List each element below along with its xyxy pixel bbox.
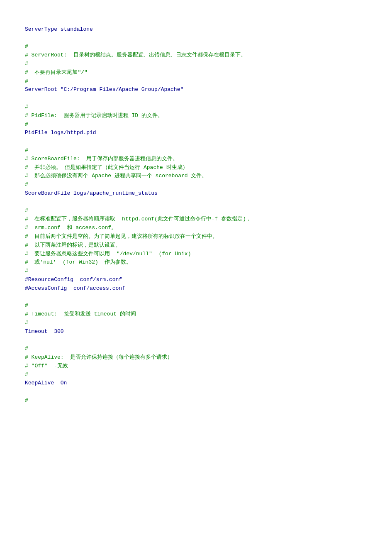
- code-line: [25, 34, 367, 43]
- code-line: # ScoreBoardFile: 用于保存内部服务器进程信息的文件。: [25, 155, 367, 164]
- code-line: #: [25, 181, 367, 189]
- code-line: # 或'nul' (for Win32) 作为参数。: [25, 258, 367, 267]
- code-line: #: [25, 42, 367, 51]
- code-line: #: [25, 301, 367, 310]
- code-line: ServerType standalone: [25, 25, 367, 34]
- code-line: # 要让服务器忽略这些文件可以用 "/dev/null" (for Unix): [25, 250, 367, 259]
- code-line: #: [25, 267, 367, 276]
- code-line: # KeepAlive: 是否允许保持连接（每个连接有多个请求）: [25, 353, 367, 362]
- code-line: ScoreBoardFile logs/apache_runtime_statu…: [25, 189, 367, 198]
- code-line: # PidFile: 服务器用于记录启动时进程 ID 的文件。: [25, 112, 367, 120]
- code-line: # 并非必须。 但是如果指定了（此文件当运行 Apache 时生成）: [25, 164, 367, 172]
- code-line: ServerRoot "C:/Program Files/Apache Grou…: [25, 86, 367, 94]
- code-line: Timeout 300: [25, 328, 367, 336]
- code-line: # Timeout: 接受和发送 timeout 的时间: [25, 310, 367, 319]
- code-line: #: [25, 103, 367, 112]
- code-line: KeepAlive On: [25, 379, 367, 388]
- code-line: # "Off" -无效: [25, 362, 367, 371]
- code-line: [25, 293, 367, 302]
- code-line: # 目前后两个文件是空的。为了简单起见，建议将所有的标识放在一个文件中。: [25, 232, 367, 241]
- code-line: # 那么必须确保没有两个 Apache 进程共享同一个 scoreboard 文…: [25, 172, 367, 181]
- code-line: #: [25, 207, 367, 215]
- code-line: #: [25, 120, 367, 129]
- code-line: #: [25, 371, 367, 379]
- code-line: # srm.conf 和 access.conf。: [25, 224, 367, 232]
- code-line: PidFile logs/httpd.pid: [25, 129, 367, 137]
- code-content: ServerType standalone ## ServerRoot: 目录树…: [25, 17, 367, 405]
- code-line: #AccessConfig conf/access.conf: [25, 284, 367, 293]
- code-line: [25, 336, 367, 345]
- code-line: # 不要再目录末尾加"/": [25, 68, 367, 77]
- code-line: [25, 198, 367, 207]
- code-line: [25, 388, 367, 396]
- code-line: #ResourceConfig conf/srm.conf: [25, 276, 367, 284]
- code-line: # 以下两条注释的标识，是默认设置。: [25, 241, 367, 250]
- code-line: #: [25, 60, 367, 68]
- code-line: [25, 137, 367, 146]
- code-line: #: [25, 345, 367, 353]
- code-line: #: [25, 396, 367, 405]
- code-line: #: [25, 319, 367, 328]
- code-line: # ServerRoot: 目录树的根结点。服务器配置、出错信息、日志文件都保存…: [25, 51, 367, 60]
- code-line: #: [25, 77, 367, 86]
- code-line: #: [25, 146, 367, 155]
- code-line: [25, 94, 367, 103]
- code-line: # 在标准配置下，服务器将顺序读取 httpd.conf(此文件可通过命令行中-…: [25, 215, 367, 224]
